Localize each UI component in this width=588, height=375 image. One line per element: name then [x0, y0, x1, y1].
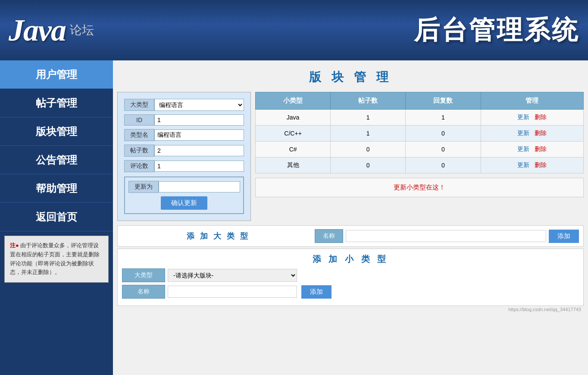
id-label: ID	[124, 114, 154, 126]
table-row: 其他 0 0 更新 删除	[256, 158, 584, 173]
watermark: https://blog.csdn.net/qq_34417743	[117, 306, 584, 313]
id-input[interactable]	[154, 114, 244, 126]
update-label: 更新为	[128, 181, 159, 193]
note-text: 由于评论数量众多，评论管理设置在相应的帖子页面，主要就是删除评论功能（即将评论设…	[10, 242, 100, 275]
add-sub-category-label: 大类型	[122, 268, 165, 282]
delete-link[interactable]: 删除	[535, 161, 547, 168]
col-header-manage: 管理	[481, 92, 583, 110]
update-link[interactable]: 更新	[517, 129, 529, 136]
sidebar-item-notice-management[interactable]: 公告管理	[0, 146, 113, 174]
comment-count-input[interactable]	[154, 161, 244, 172]
update-input[interactable]	[159, 181, 240, 192]
cell-replies: 0	[406, 158, 481, 173]
content-area: 版 块 管 理 大类型 编程语言 ID 类型名	[113, 60, 588, 375]
id-row: ID	[124, 114, 244, 126]
add-sub-name-label: 名称	[122, 285, 165, 299]
update-link[interactable]: 更新	[517, 113, 529, 120]
add-sub-title: 添 加 小 类 型	[122, 253, 579, 265]
sub-type-banner: 更新小类型在这！	[255, 178, 584, 197]
add-major-button[interactable]: 添加	[549, 230, 579, 243]
cell-name: Java	[256, 110, 331, 126]
type-input[interactable]	[154, 129, 244, 141]
add-major-name-label: 名称	[315, 229, 343, 243]
table-row: C# 0 0 更新 删除	[256, 142, 584, 158]
cell-actions: 更新 删除	[481, 142, 583, 158]
sidebar-item-section-management[interactable]: 版块管理	[0, 117, 113, 146]
cell-name: C#	[256, 142, 331, 158]
note-icon: 注●	[10, 242, 19, 249]
system-title: 后台管理系统	[414, 13, 579, 48]
cell-posts: 0	[331, 142, 406, 158]
table-row: C/C++ 1 0 更新 删除	[256, 126, 584, 142]
delete-link[interactable]: 删除	[535, 145, 547, 152]
cell-replies: 1	[406, 110, 481, 126]
cell-name: 其他	[256, 158, 331, 173]
header: Java 论坛 后台管理系统	[0, 0, 588, 60]
sidebar-item-user-management[interactable]: 用户管理	[0, 60, 113, 89]
type-row: 类型名	[124, 129, 244, 141]
confirm-update-button[interactable]: 确认更新	[161, 196, 207, 210]
post-count-label: 帖子数	[124, 145, 154, 157]
update-section: 更新为 确认更新	[124, 176, 244, 214]
edit-section: 大类型 编程语言 ID 类型名 帖子数 评	[117, 92, 584, 221]
add-major-input[interactable]	[346, 230, 546, 242]
update-link[interactable]: 更新	[517, 145, 529, 152]
col-header-name: 小类型	[256, 92, 331, 110]
add-major-title: 添 加 大 类 型	[122, 231, 315, 241]
update-row: 更新为	[128, 181, 240, 193]
sub-type-table: 小类型 帖子数 回复数 管理 Java 1 1 更新 删除 C/C++ 1 0	[255, 92, 584, 173]
table-row: Java 1 1 更新 删除	[256, 110, 584, 126]
sidebar-item-post-management[interactable]: 帖子管理	[0, 89, 113, 117]
col-header-posts: 帖子数	[331, 92, 406, 110]
header-logo: Java 论坛	[9, 13, 414, 48]
post-count-row: 帖子数	[124, 145, 244, 157]
cell-posts: 1	[331, 126, 406, 142]
table-panel: 小类型 帖子数 回复数 管理 Java 1 1 更新 删除 C/C++ 1 0	[255, 92, 584, 221]
category-select[interactable]: 编程语言	[154, 99, 244, 111]
form-panel: 大类型 编程语言 ID 类型名 帖子数 评	[117, 92, 251, 221]
sidebar-note: 注● 由于评论数量众多，评论管理设置在相应的帖子页面，主要就是删除评论功能（即将…	[4, 236, 109, 283]
page-title: 版 块 管 理	[117, 65, 584, 92]
comment-count-label: 评论数	[124, 160, 154, 172]
post-count-input[interactable]	[154, 145, 244, 156]
cell-posts: 1	[331, 110, 406, 126]
sidebar-item-help-management[interactable]: 帮助管理	[0, 174, 113, 203]
cell-replies: 0	[406, 126, 481, 142]
add-sub-name-input[interactable]	[168, 286, 297, 298]
cell-actions: 更新 删除	[481, 126, 583, 142]
delete-link[interactable]: 删除	[535, 113, 547, 120]
add-sub-category-row: 大类型 -请选择大版块-	[122, 268, 579, 282]
comment-count-row: 评论数	[124, 160, 244, 172]
add-sub-name-row: 名称 添加	[122, 285, 579, 299]
type-label: 类型名	[124, 129, 154, 141]
sidebar-item-return-home[interactable]: 返回首页	[0, 203, 113, 231]
col-header-replies: 回复数	[406, 92, 481, 110]
add-sub-section: 添 加 小 类 型 大类型 -请选择大版块- 名称 添加	[117, 249, 584, 306]
main-layout: 用户管理 帖子管理 版块管理 公告管理 帮助管理 返回首页 注● 由于评论数量众…	[0, 60, 588, 375]
cell-posts: 0	[331, 158, 406, 173]
add-sub-button[interactable]: 添加	[301, 285, 332, 299]
bottom-section: 添 加 大 类 型 名称 添加 添 加 小 类 型 大类型 -请选择大版块- 名…	[117, 225, 584, 313]
add-major-row: 添 加 大 类 型 名称 添加	[117, 225, 584, 247]
delete-link[interactable]: 删除	[535, 129, 547, 136]
cell-name: C/C++	[256, 126, 331, 142]
java-logo-text: Java	[9, 13, 66, 48]
sidebar: 用户管理 帖子管理 版块管理 公告管理 帮助管理 返回首页 注● 由于评论数量众…	[0, 60, 113, 375]
update-link[interactable]: 更新	[517, 161, 529, 168]
cell-actions: 更新 删除	[481, 110, 583, 126]
category-row: 大类型 编程语言	[124, 99, 244, 111]
luntan-text: 论坛	[70, 22, 94, 38]
cell-replies: 0	[406, 142, 481, 158]
add-sub-category-select[interactable]: -请选择大版块-	[168, 269, 297, 282]
cell-actions: 更新 删除	[481, 158, 583, 173]
category-label: 大类型	[124, 99, 154, 111]
